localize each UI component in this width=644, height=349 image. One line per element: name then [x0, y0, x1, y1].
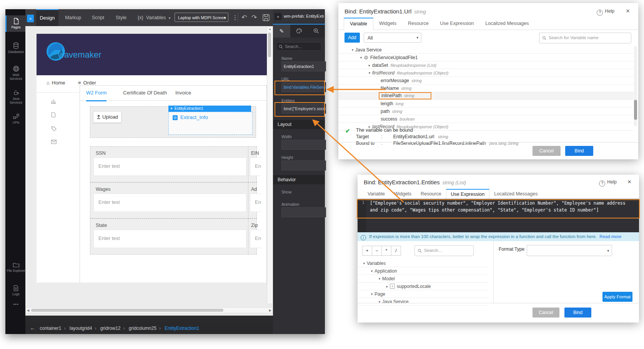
toolbar-tab-design[interactable]: Design: [36, 9, 58, 27]
toolbar-tab-markup[interactable]: Markup: [62, 9, 85, 26]
collapse-panel-icon[interactable]: »: [275, 13, 281, 20]
horizontal-scrollbar[interactable]: ◀ ▶: [25, 307, 273, 313]
nav-item-order[interactable]: ≡Order: [78, 80, 96, 86]
tab-properties[interactable]: ✎: [273, 25, 290, 38]
vertical-scrollbar[interactable]: ▲: [267, 26, 273, 304]
height-input[interactable]: [281, 160, 326, 170]
sidebar-more-button[interactable]: •••: [5, 299, 25, 309]
tab-w2-form[interactable]: W2 Form: [86, 86, 107, 101]
format-type-select[interactable]: ▾: [527, 245, 612, 256]
variables-menu[interactable]: {x} Variables ▾: [138, 9, 170, 26]
tag-icon[interactable]: [51, 126, 57, 131]
tab-advanced[interactable]: [308, 25, 325, 38]
entity-extraction-widget[interactable]: ◎ Extract_Info: [168, 112, 253, 135]
apply-format-button[interactable]: Apply Format: [602, 292, 632, 302]
cancel-button[interactable]: Cancel: [533, 308, 559, 318]
toolbar-tab-script[interactable]: Script: [88, 9, 108, 26]
close-icon[interactable]: ×: [626, 7, 630, 15]
tab-resource[interactable]: Resource: [416, 189, 446, 199]
tree-scrollbar[interactable]: [634, 46, 637, 126]
expression-code[interactable]: ["Employee's social security number", "E…: [366, 199, 639, 232]
expand-arrow-icon[interactable]: ▾: [367, 71, 372, 75]
tab-invoice[interactable]: Invoice: [175, 86, 191, 100]
tree-row-variables[interactable]: ▾Variables: [358, 260, 488, 267]
document-icon[interactable]: [51, 112, 57, 117]
expression-editor[interactable]: 1 ["Employee's social security number", …: [358, 199, 639, 232]
expand-arrow-icon[interactable]: ▾: [350, 48, 355, 52]
back-icon[interactable]: ←: [30, 325, 35, 331]
tree-row-firstrecord[interactable]: ▾firstRecordfileuploadresponse (Object): [338, 69, 634, 77]
sidebar-item-databases[interactable]: Databases: [5, 40, 25, 56]
tab-use-expression[interactable]: Use Expression: [434, 18, 480, 30]
collapse-arrow-icon[interactable]: ▸: [384, 284, 390, 288]
tab-variable[interactable]: Variable: [344, 18, 373, 30]
add-variable-button[interactable]: Add: [344, 33, 360, 43]
tree-row-dataset[interactable]: ▸dataSetfileuploadresponse (List): [338, 61, 634, 69]
tab-widgets[interactable]: Widgets: [373, 18, 402, 30]
divide-operator-button[interactable]: /: [391, 246, 401, 256]
sidebar-item-pages[interactable]: Pages: [5, 15, 25, 32]
tab-resource[interactable]: Resource: [402, 18, 434, 30]
tab-widgets[interactable]: Widgets: [389, 189, 416, 199]
width-input[interactable]: [281, 140, 326, 150]
cancel-button[interactable]: Cancel: [533, 146, 561, 156]
breadcrumb-item[interactable]: gridrow12: [100, 326, 121, 331]
tree-row-inlinepath[interactable]: inlinePathstring: [338, 92, 634, 100]
undo-icon[interactable]: ↶: [241, 9, 247, 26]
name-input[interactable]: EntityExtraction1: [281, 61, 326, 71]
sidebar-item-logs[interactable]: Logs: [5, 283, 25, 299]
sidebar-item-web-services[interactable]: Web Services: [5, 63, 25, 83]
help-button[interactable]: ?Help: [599, 179, 617, 187]
minus-operator-button[interactable]: −: [372, 246, 382, 256]
mail-icon[interactable]: [51, 140, 57, 144]
breadcrumb-item[interactable]: gridcolumn25: [129, 326, 156, 331]
variable-search-input[interactable]: Search for Variable name: [539, 33, 631, 43]
animation-input[interactable]: [281, 207, 326, 217]
properties-search-input[interactable]: Search...: [276, 42, 321, 51]
url-input[interactable]: bind:Variables.FileServiceUploadF: [281, 82, 326, 92]
expand-arrow-icon[interactable]: ▾: [361, 261, 367, 265]
tab-use-expression[interactable]: Use Expression: [446, 189, 490, 199]
multiply-operator-button[interactable]: *: [382, 246, 391, 256]
redo-icon[interactable]: ↷: [251, 9, 257, 26]
sidebar-item-file-explorer[interactable]: File Explorer: [5, 260, 25, 275]
sidebar-item-apis[interactable]: APIs: [5, 111, 25, 127]
scrollbar-thumb[interactable]: [268, 33, 271, 57]
tab-localized-messages[interactable]: Localized Messages: [489, 189, 542, 199]
sidebar-item-java-services[interactable]: Java Services: [5, 87, 25, 107]
expression-search-input[interactable]: Search...: [414, 245, 474, 256]
scrollbar-thumb[interactable]: [634, 100, 637, 120]
tab-localized-messages[interactable]: Localized Messages: [479, 18, 534, 30]
expand-arrow-icon[interactable]: ▾: [358, 56, 364, 60]
tree-row-page[interactable]: ▾Page: [358, 290, 488, 298]
text-input-state[interactable]: Enter text: [93, 230, 246, 248]
kebab-menu-icon[interactable]: ⋮: [232, 9, 238, 26]
scrollbar-thumb[interactable]: [31, 309, 223, 312]
help-button[interactable]: ?Help: [597, 8, 614, 16]
text-input[interactable]: En: [250, 230, 261, 248]
device-selector[interactable]: Laptop with MDPI Screen ▾: [175, 13, 228, 22]
bind-button[interactable]: Bind: [565, 146, 593, 156]
breadcrumb-item[interactable]: layoutgrid4: [70, 326, 92, 331]
nav-item-home[interactable]: ⌂Home: [47, 80, 65, 86]
text-input-ssn[interactable]: Enter text: [93, 157, 246, 176]
widget-selection-header[interactable]: +EntityExtraction1: [168, 106, 251, 112]
breadcrumb-item[interactable]: container1: [40, 326, 61, 331]
move-handle-icon[interactable]: +: [170, 106, 173, 111]
bind-button[interactable]: Bind: [564, 308, 591, 318]
tree-row-length[interactable]: lengthlong: [338, 100, 634, 108]
tab-styles[interactable]: [290, 25, 308, 38]
tree-row-fileserviceuploadfile1[interactable]: ▾FileServiceUploadFile1: [338, 54, 634, 61]
tree-row-supportedlocale[interactable]: ▸xsupportedLocale: [358, 283, 488, 290]
expand-arrow-icon[interactable]: ▾: [377, 277, 382, 281]
tree-row-java-service[interactable]: ▾Java Service: [338, 46, 634, 54]
breadcrumb-item-current[interactable]: EntityExtraction1: [165, 326, 199, 331]
close-icon[interactable]: ×: [627, 178, 631, 186]
expand-arrow-icon[interactable]: ▾: [369, 269, 374, 273]
text-input[interactable]: En: [250, 194, 261, 212]
tree-row-model[interactable]: ▾Model: [358, 275, 488, 283]
text-input[interactable]: En: [250, 157, 261, 176]
tree-row-success[interactable]: successboolean: [338, 115, 634, 123]
tab-variable[interactable]: Variable: [363, 189, 389, 199]
entities-input[interactable]: bind:["Employee's social security n: [281, 104, 326, 114]
